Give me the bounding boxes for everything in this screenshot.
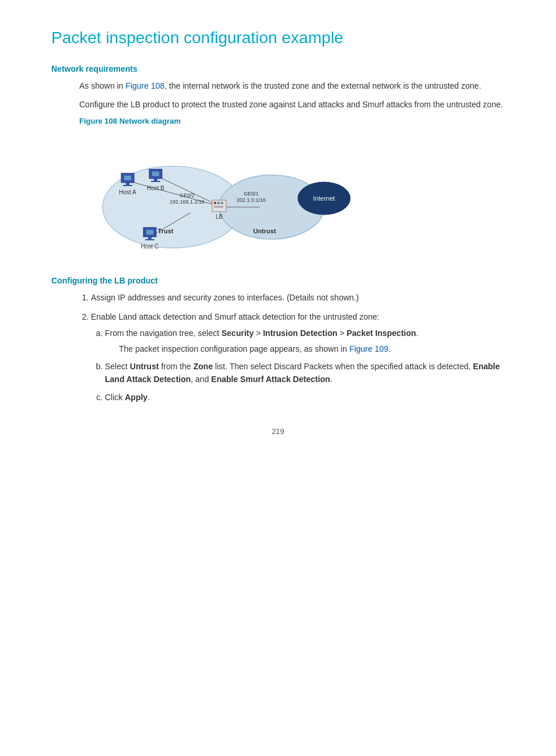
step-2: Enable Land attack detection and Smurf a… — [91, 310, 505, 404]
step-2a-period: . — [416, 328, 418, 338]
step-2b-mid3: , and — [191, 374, 211, 384]
step-2b-untrust: Untrust — [130, 362, 159, 371]
step-2c-pre: Click — [105, 393, 125, 402]
svg-rect-8 — [221, 202, 223, 204]
step-2a-pre: From the navigation tree, select — [105, 328, 221, 338]
step-2b-pre: Select — [105, 362, 130, 371]
svg-text:Internet: Internet — [313, 195, 335, 202]
step-2b-suffix: . — [330, 374, 332, 384]
step-2c: Click Apply. — [105, 391, 505, 404]
step-1-text: Assign IP addresses and security zones t… — [91, 293, 359, 302]
page-number: 219 — [51, 427, 505, 436]
svg-rect-12 — [124, 176, 131, 180]
main-steps-list: Assign IP addresses and security zones t… — [79, 291, 505, 404]
svg-rect-25 — [148, 237, 152, 239]
svg-rect-19 — [151, 181, 160, 182]
step-2b-mid2: list. Then select Discard Packets when t… — [213, 362, 473, 371]
svg-rect-18 — [154, 178, 157, 181]
section-heading-network-requirements: Network requirements — [51, 64, 505, 74]
step-2a-security: Security — [221, 328, 254, 338]
section-configuring-lb: Configuring the LB product Assign IP add… — [51, 276, 505, 404]
svg-text:GE0/1: GE0/1 — [244, 191, 259, 197]
svg-text:Host A: Host A — [119, 189, 136, 195]
svg-rect-6 — [214, 202, 216, 204]
figure108-link[interactable]: Figure 108 — [125, 81, 164, 90]
svg-rect-26 — [145, 239, 154, 240]
svg-rect-14 — [123, 185, 132, 186]
svg-text:192.168.1.1/16: 192.168.1.1/16 — [170, 199, 205, 205]
page-title: Packet inspection configuration example — [51, 28, 505, 48]
step-1: Assign IP addresses and security zones t… — [91, 291, 505, 304]
section-network-requirements: Network requirements As shown in Figure … — [51, 64, 505, 260]
section-heading-configuring-lb: Configuring the LB product — [51, 276, 505, 285]
step-2a-sub: The packet inspection configuration page… — [119, 342, 505, 355]
step-2a-intrusion: Intrusion Detection — [263, 328, 337, 338]
page-content: Packet inspection configuration example … — [0, 0, 556, 471]
svg-rect-17 — [152, 172, 159, 176]
alpha-steps-list: From the navigation tree, select Securit… — [91, 327, 505, 404]
svg-rect-7 — [217, 202, 220, 204]
svg-text:GE0/2: GE0/2 — [180, 192, 195, 198]
para-network-2: Configure the LB product to protect the … — [79, 98, 505, 111]
svg-rect-24 — [146, 230, 153, 235]
network-diagram-svg: Internet LB Host A — [79, 131, 359, 260]
step-2a-arrow2: > — [337, 328, 347, 338]
svg-text:Host C: Host C — [141, 243, 159, 250]
svg-rect-9 — [214, 206, 223, 208]
para-network-1: As shown in Figure 108, the internal net… — [79, 79, 505, 92]
svg-rect-13 — [126, 183, 129, 185]
step-2c-apply: Apply — [125, 393, 147, 402]
step-2a-arrow1: > — [254, 328, 263, 338]
svg-text:Untrust: Untrust — [253, 228, 276, 235]
step-2c-suffix: . — [147, 393, 150, 402]
step-2a: From the navigation tree, select Securit… — [105, 327, 505, 355]
svg-text:Trust: Trust — [158, 228, 174, 235]
step-2a-packet: Packet Inspection — [347, 328, 416, 338]
svg-text:LB: LB — [216, 214, 223, 220]
step-2b-mid1: from the — [159, 362, 193, 371]
figure109-link[interactable]: Figure 109 — [349, 344, 388, 354]
figure-caption-108: Figure 108 Network diagram — [79, 117, 505, 125]
figure-108-diagram: Internet LB Host A — [79, 131, 505, 260]
svg-text:202.1.0.1/16: 202.1.0.1/16 — [237, 197, 266, 203]
step-2b-smurf: Enable Smurf Attack Detection — [211, 374, 330, 384]
step-2-text: Enable Land attack detection and Smurf a… — [91, 312, 379, 321]
step-2b: Select Untrust from the Zone list. Then … — [105, 360, 505, 386]
step-2b-zone: Zone — [193, 362, 213, 371]
